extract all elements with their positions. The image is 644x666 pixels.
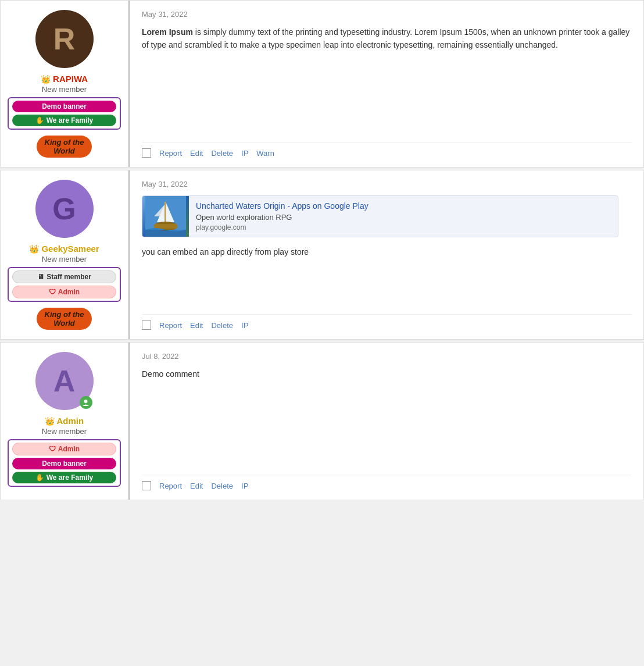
avatar: A xyxy=(35,352,94,410)
username: 👑 RAPIWA xyxy=(41,74,88,84)
online-badge xyxy=(80,396,92,409)
ip-link[interactable]: IP xyxy=(241,321,248,330)
post-item: R 👑 RAPIWA New member Demo banner ✋ We a… xyxy=(0,0,644,168)
post-content: Jul 8, 2022 Demo comment Report Edit Del… xyxy=(130,343,643,500)
report-link[interactable]: Report xyxy=(159,149,182,158)
post-text: Lorem Ipsum is simply dummy text of the … xyxy=(142,26,632,133)
demo-banner-badge: Demo banner xyxy=(12,101,116,112)
demo-banner-badge: Demo banner xyxy=(12,458,116,469)
ip-link[interactable]: IP xyxy=(241,482,248,490)
edit-link[interactable]: Edit xyxy=(190,482,203,490)
post-content: May 31, 2022 Lorem Ipsum is simply dummy… xyxy=(130,1,643,167)
admin-badge: 🛡 Admin xyxy=(12,286,116,298)
staff-member-badge: 🖥 Staff member xyxy=(12,270,116,283)
post-actions: Report Edit Delete IP Warn xyxy=(142,142,632,158)
post-sidebar: R 👑 RAPIWA New member Demo banner ✋ We a… xyxy=(1,1,128,167)
svg-rect-5 xyxy=(154,224,177,229)
post-date: May 31, 2022 xyxy=(142,10,632,19)
hand-icon: ✋ xyxy=(35,116,44,124)
username: 👑 Admin xyxy=(45,416,84,426)
admin-badge: 🛡 Admin xyxy=(12,443,116,455)
member-type: New member xyxy=(42,85,87,94)
svg-rect-2 xyxy=(164,202,166,222)
crown-icon: 👑 xyxy=(29,244,39,254)
we-are-family-badge: ✋ We are Family xyxy=(12,115,116,126)
post-item: G 👑 GeekySameer New member 🖥 Staff membe… xyxy=(0,170,644,340)
person-icon xyxy=(82,399,90,407)
link-preview-info: Uncharted Waters Origin - Apps on Google… xyxy=(189,196,375,237)
member-type: New member xyxy=(42,427,87,436)
hand-icon: ✋ xyxy=(35,473,44,482)
we-are-family-badge: ✋ We are Family xyxy=(12,472,116,483)
post-sidebar: G 👑 GeekySameer New member 🖥 Staff membe… xyxy=(1,170,128,339)
report-link[interactable]: Report xyxy=(159,482,182,490)
select-checkbox[interactable] xyxy=(142,148,151,158)
link-url: play.google.com xyxy=(196,223,368,232)
crown-icon: 👑 xyxy=(45,416,55,426)
badge-group: Demo banner ✋ We are Family xyxy=(8,97,121,130)
monitor-icon: 🖥 xyxy=(37,273,44,281)
post-item: A 👑 Admin New member 🛡 Admin Demo ba xyxy=(0,342,644,500)
crown-icon: 👑 xyxy=(41,74,51,84)
post-actions: Report Edit Delete IP xyxy=(142,475,632,490)
select-checkbox[interactable] xyxy=(142,481,151,490)
post-text: you can embed an app directly from play … xyxy=(142,245,632,305)
link-description: Open world exploration RPG xyxy=(196,213,368,222)
ship-illustration xyxy=(145,196,186,237)
edit-link[interactable]: Edit xyxy=(190,149,203,158)
post-sidebar: A 👑 Admin New member 🛡 Admin Demo ba xyxy=(1,343,128,500)
post-text: Demo comment xyxy=(142,368,632,465)
post-actions: Report Edit Delete IP xyxy=(142,314,632,330)
badge-group: 🛡 Admin Demo banner ✋ We are Family xyxy=(8,439,121,487)
member-type: New member xyxy=(42,255,87,263)
avatar: G xyxy=(35,180,94,238)
avatar: R xyxy=(35,10,94,68)
link-title: Uncharted Waters Origin - Apps on Google… xyxy=(196,201,368,211)
shield-icon: 🛡 xyxy=(49,288,56,296)
username: 👑 GeekySameer xyxy=(29,244,99,254)
ip-link[interactable]: IP xyxy=(241,149,248,158)
custom-title: King of theWorld xyxy=(37,136,92,158)
warn-link[interactable]: Warn xyxy=(256,149,274,158)
edit-link[interactable]: Edit xyxy=(190,321,203,330)
delete-link[interactable]: Delete xyxy=(211,321,233,330)
shield-icon: 🛡 xyxy=(49,445,56,453)
badge-group: 🖥 Staff member 🛡 Admin xyxy=(8,267,121,302)
post-date: May 31, 2022 xyxy=(142,180,632,188)
posts-container: R 👑 RAPIWA New member Demo banner ✋ We a… xyxy=(0,0,644,500)
report-link[interactable]: Report xyxy=(159,321,182,330)
custom-title: King of theWorld xyxy=(37,308,92,330)
svg-point-7 xyxy=(84,400,88,403)
delete-link[interactable]: Delete xyxy=(211,149,233,158)
link-preview-image xyxy=(142,196,189,237)
post-content: May 31, 2022 Uncharted Waters xyxy=(130,170,643,339)
select-checkbox[interactable] xyxy=(142,320,151,330)
post-date: Jul 8, 2022 xyxy=(142,352,632,361)
delete-link[interactable]: Delete xyxy=(211,482,233,490)
link-preview: Uncharted Waters Origin - Apps on Google… xyxy=(142,195,618,237)
